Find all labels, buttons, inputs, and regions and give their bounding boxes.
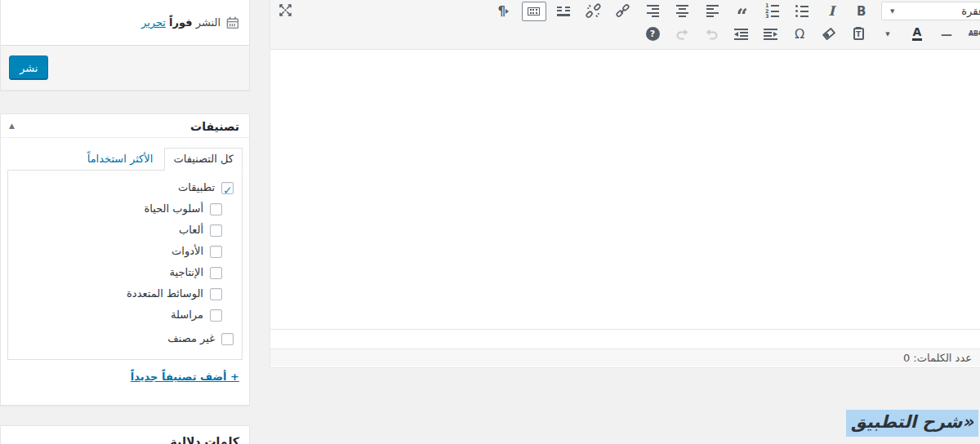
link-icon[interactable] — [608, 1, 639, 22]
fullscreen-icon[interactable] — [278, 0, 299, 20]
blockquote-icon[interactable]: “ — [728, 1, 758, 22]
checkbox-icon[interactable] — [210, 288, 222, 300]
toolbar-toggle-icon[interactable] — [522, 2, 546, 21]
word-count: عدد الكلمات: 0 — [903, 349, 972, 366]
tab-most-used[interactable]: الأكثر استخداماً — [79, 149, 162, 170]
checkbox-icon[interactable] — [210, 224, 222, 237]
checkbox-icon[interactable] — [210, 203, 222, 215]
collapse-toggle-icon[interactable]: ▲ — [9, 122, 15, 130]
horizontal-rule-icon[interactable]: — — [932, 24, 961, 45]
categories-metabox: تصنيفات ▲ كل التصنيفات الأكثر استخداماً … — [0, 113, 250, 406]
unlink-icon[interactable] — [578, 1, 608, 22]
selected-text[interactable]: «شرح التطبيق — [846, 410, 978, 437]
italic-icon[interactable]: I — [817, 1, 847, 22]
checkbox-icon[interactable] — [210, 309, 222, 322]
align-right-icon[interactable] — [638, 1, 668, 22]
category-row-games[interactable]: ألعاب — [16, 220, 222, 241]
calendar-icon — [226, 16, 239, 29]
checkbox-icon[interactable] — [221, 333, 234, 345]
category-row-messaging[interactable]: مراسلة — [16, 304, 222, 326]
categories-title[interactable]: تصنيفات — [1, 114, 249, 138]
chevron-down-icon: ▼ — [890, 8, 894, 15]
outdent-icon[interactable] — [755, 24, 785, 45]
toolbar-row-1: ¶ — [489, 0, 980, 22]
remove-format-icon[interactable] — [814, 24, 844, 45]
category-checklist: تطبيقات أسلوب الحياة ألعاب الأدوات الإنت… — [7, 170, 243, 360]
checkbox-icon[interactable] — [210, 246, 222, 258]
category-row-tools[interactable]: الأدوات — [16, 241, 222, 262]
paste-as-text-icon[interactable]: T — [844, 24, 873, 45]
align-center-icon[interactable] — [668, 1, 698, 22]
help-icon[interactable]: ? — [638, 24, 667, 45]
undo-icon[interactable] — [697, 24, 726, 45]
checkbox-icon[interactable] — [221, 182, 234, 194]
publish-schedule-value: فوراً — [169, 16, 193, 29]
tab-all-categories[interactable]: كل التصنيفات — [164, 148, 243, 171]
edit-schedule-link[interactable]: تحرير — [141, 16, 166, 29]
bold-icon[interactable]: B — [847, 1, 877, 22]
strikethrough-icon[interactable]: ABC — [961, 24, 980, 45]
category-row-multimedia[interactable]: الوسائط المتعددة — [16, 283, 222, 304]
toolbar-row-2: ? Ω T ▼ A — [638, 23, 980, 45]
publish-metabox: النشر فوراًتحرير نشر — [0, 0, 250, 91]
editor-content-area[interactable] — [270, 50, 980, 329]
textcolor-dropdown-icon[interactable]: ▼ — [873, 24, 902, 45]
format-dropdown-value: فقرة — [961, 5, 980, 17]
redo-icon[interactable] — [667, 24, 697, 45]
editor-toolbar: ¶ — [270, 0, 980, 50]
align-left-icon[interactable] — [697, 1, 728, 22]
editor-resize-strip[interactable] — [270, 329, 980, 349]
category-tabs: كل التصنيفات الأكثر استخداماً — [7, 148, 243, 170]
textcolor-icon[interactable]: A — [902, 24, 932, 45]
category-row-uncategorized[interactable]: غير مصنف — [16, 328, 234, 349]
tags-metabox: كلمات دلالية — [0, 425, 250, 444]
publish-button[interactable]: نشر — [9, 56, 48, 80]
indent-icon[interactable] — [726, 24, 755, 45]
more-tag-icon[interactable] — [549, 1, 579, 22]
category-row-apps[interactable]: تطبيقات — [16, 177, 234, 198]
special-character-icon[interactable]: Ω — [785, 24, 814, 45]
ordered-list-icon[interactable] — [757, 1, 787, 22]
category-row-productivity[interactable]: الإنتاجية — [16, 262, 222, 283]
format-dropdown[interactable]: ▼ فقرة — [881, 2, 980, 20]
editor-panel: ¶ — [270, 0, 980, 368]
add-category-link[interactable]: + أضف تصنيفاً جديداً — [11, 371, 239, 383]
ltr-icon[interactable]: ¶ — [489, 1, 519, 22]
publish-schedule-text: النشر فوراًتحرير — [141, 16, 220, 29]
checkbox-icon[interactable] — [210, 267, 222, 279]
tags-title[interactable]: كلمات دلالية — [1, 426, 249, 444]
unordered-list-icon[interactable] — [787, 1, 817, 22]
category-row-lifestyle[interactable]: أسلوب الحياة — [16, 198, 222, 220]
editor-statusbar: عدد الكلمات: 0 — [270, 349, 980, 366]
publish-schedule-row: النشر فوراًتحرير — [1, 0, 249, 46]
major-publishing-actions: نشر — [1, 45, 249, 90]
